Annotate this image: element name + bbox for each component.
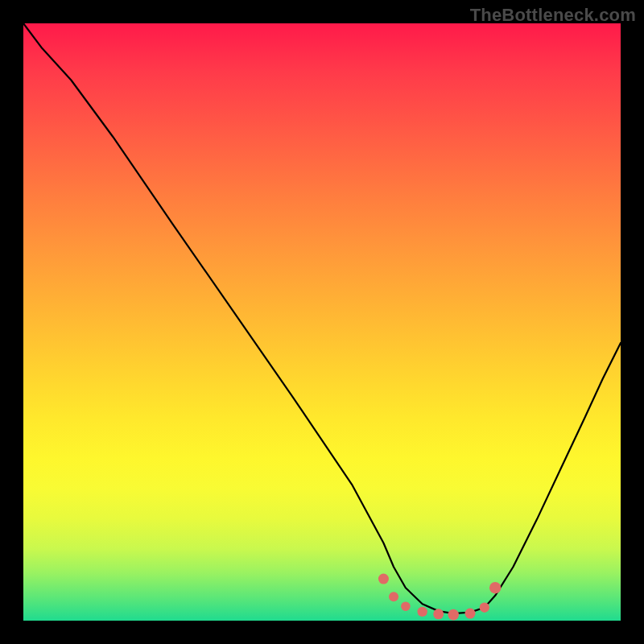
- valley-dot: [489, 582, 501, 593]
- valley-dot: [433, 609, 444, 619]
- curve-svg: [23, 23, 621, 621]
- bottleneck-curve: [23, 23, 621, 613]
- valley-dot: [389, 592, 398, 601]
- valley-dot: [465, 609, 476, 619]
- plot-area: [23, 23, 621, 621]
- valley-dot: [448, 609, 459, 621]
- chart-frame: TheBottleneck.com: [0, 0, 644, 644]
- valley-dot: [480, 602, 489, 612]
- valley-dot: [378, 574, 389, 584]
- watermark-text: TheBottleneck.com: [470, 5, 636, 26]
- dot-group: [378, 574, 501, 621]
- valley-dot: [401, 601, 411, 611]
- valley-dot: [417, 607, 427, 617]
